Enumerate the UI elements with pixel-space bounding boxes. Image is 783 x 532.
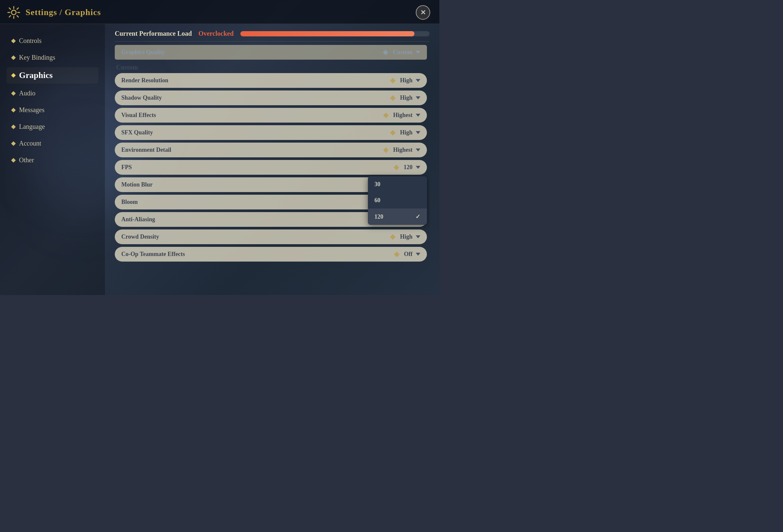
- diamond-icon: [11, 91, 16, 95]
- diamond-icon: [394, 252, 400, 257]
- setting-row-fps[interactable]: FPS 120 30 60 120 ✓: [115, 160, 427, 175]
- setting-label-bloom: Bloom: [121, 199, 403, 205]
- fps-dropdown[interactable]: 30 60 120 ✓: [368, 176, 427, 225]
- performance-track: [240, 31, 430, 36]
- sidebar-item-graphics[interactable]: Graphics: [6, 67, 98, 84]
- setting-label-shadow-quality: Shadow Quality: [121, 94, 391, 101]
- gear-icon: [6, 5, 21, 20]
- setting-row-graphics-quality[interactable]: Graphics Quality Custom: [115, 45, 427, 60]
- setting-label-render-resolution: Render Resolution: [121, 77, 391, 84]
- setting-label-crowd-density: Crowd Density: [121, 233, 391, 240]
- chevron-down-icon: [416, 235, 420, 238]
- section-label: Custom: [116, 64, 138, 71]
- chevron-down-icon: [416, 253, 420, 256]
- main-content: Current Performance Load Overclocked Gra…: [105, 24, 439, 295]
- diamond-icon: [11, 107, 16, 112]
- section-custom-header: Custom: [115, 60, 427, 73]
- setting-row-shadow-quality[interactable]: Shadow Quality High: [115, 91, 427, 105]
- diamond-icon: [383, 112, 388, 118]
- diamond-icon: [11, 141, 16, 145]
- sidebar-label-graphics: Graphics: [19, 70, 53, 80]
- diamond-icon: [383, 147, 388, 153]
- setting-row-sfx-quality[interactable]: SFX Quality High: [115, 125, 427, 140]
- sidebar-item-messages[interactable]: Messages: [6, 103, 98, 117]
- sidebar-label-account: Account: [19, 140, 41, 147]
- svg-line-5: [9, 8, 10, 9]
- sidebar-label-language: Language: [19, 123, 45, 130]
- fps-option-60-label: 60: [374, 197, 380, 204]
- setting-label-graphics-quality: Graphics Quality: [121, 49, 384, 56]
- chevron-down-icon: [416, 131, 420, 134]
- performance-status: Overclocked: [198, 30, 233, 37]
- diamond-icon: [11, 124, 16, 129]
- setting-label-coop-effects: Co-Op Teammate Effects: [121, 251, 395, 258]
- setting-value-visual-effects: Highest: [393, 112, 412, 119]
- chevron-down-icon: [416, 148, 420, 152]
- header-left: Settings / Graphics: [6, 5, 101, 20]
- diamond-icon: [383, 49, 388, 55]
- page-title: Settings / Graphics: [26, 7, 101, 18]
- setting-value-shadow-quality: High: [400, 94, 412, 101]
- svg-line-6: [17, 16, 18, 17]
- chevron-down-icon: [416, 166, 420, 169]
- sidebar-item-controls[interactable]: Controls: [6, 34, 98, 48]
- setting-value-graphics-quality: Custom: [393, 49, 412, 56]
- sidebar-item-key-bindings[interactable]: Key Bindings: [6, 51, 98, 65]
- chevron-down-icon: [416, 96, 420, 99]
- setting-label-anti-aliasing: Anti-Aliasing: [121, 216, 391, 223]
- setting-label-environment-detail: Environment Detail: [121, 146, 384, 154]
- diamond-icon: [390, 78, 396, 83]
- sidebar-label-messages: Messages: [19, 106, 44, 114]
- sidebar-item-account[interactable]: Account: [6, 136, 98, 151]
- setting-value-fps: 120: [404, 164, 412, 171]
- setting-value-sfx-quality: High: [400, 129, 412, 136]
- diamond-icon: [394, 165, 399, 170]
- sidebar-label-controls: Controls: [19, 37, 42, 44]
- fps-option-30[interactable]: 30: [368, 176, 427, 192]
- sidebar: Controls Key Bindings Graphics Audio Mes…: [0, 24, 105, 295]
- diamond-icon: [11, 55, 16, 60]
- diamond-icon: [11, 158, 16, 162]
- fps-option-30-label: 30: [374, 181, 380, 188]
- diamond-icon: [11, 38, 16, 43]
- diamond-icon: [11, 73, 16, 78]
- setting-row-crowd-density[interactable]: Crowd Density High: [115, 229, 427, 244]
- diamond-icon: [390, 130, 396, 135]
- setting-label-sfx-quality: SFX Quality: [121, 129, 391, 136]
- setting-value-render-resolution: High: [400, 77, 412, 84]
- chevron-down-icon: [416, 114, 420, 117]
- setting-label-fps: FPS: [121, 164, 395, 171]
- svg-point-0: [11, 10, 16, 15]
- svg-line-7: [17, 8, 18, 9]
- fps-option-60[interactable]: 60: [368, 192, 427, 208]
- setting-value-environment-detail: Highest: [393, 146, 412, 154]
- diamond-icon: [390, 234, 396, 240]
- header: Settings / Graphics ✕: [0, 0, 439, 24]
- chevron-down-icon: [416, 51, 420, 54]
- setting-row-render-resolution[interactable]: Render Resolution High: [115, 73, 427, 88]
- chevron-down-icon: [416, 79, 420, 82]
- setting-row-coop-effects[interactable]: Co-Op Teammate Effects Off: [115, 247, 427, 262]
- fps-option-120[interactable]: 120 ✓: [368, 208, 427, 225]
- body: Controls Key Bindings Graphics Audio Mes…: [0, 24, 439, 295]
- setting-value-coop-effects: Off: [404, 251, 412, 258]
- sidebar-label-other: Other: [19, 156, 34, 164]
- setting-label-motion-blur: Motion Blur: [121, 181, 403, 188]
- performance-bar: Current Performance Load Overclocked: [115, 24, 430, 42]
- performance-label: Current Performance Load: [115, 30, 192, 37]
- sidebar-label-key-bindings: Key Bindings: [19, 54, 55, 61]
- svg-line-8: [9, 16, 10, 17]
- fps-option-120-label: 120: [374, 213, 383, 220]
- setting-row-environment-detail[interactable]: Environment Detail Highest: [115, 142, 427, 157]
- setting-row-visual-effects[interactable]: Visual Effects Highest: [115, 108, 427, 123]
- settings-scroll[interactable]: Graphics Quality Custom Custom Render Re…: [115, 45, 430, 289]
- checkmark-icon: ✓: [415, 213, 420, 220]
- sidebar-item-audio[interactable]: Audio: [6, 86, 98, 100]
- close-button[interactable]: ✕: [416, 5, 430, 20]
- setting-value-crowd-density: High: [400, 233, 412, 240]
- diamond-icon: [390, 95, 396, 101]
- sidebar-item-other[interactable]: Other: [6, 153, 98, 167]
- setting-label-visual-effects: Visual Effects: [121, 112, 384, 119]
- performance-fill: [240, 31, 414, 36]
- sidebar-item-language[interactable]: Language: [6, 120, 98, 134]
